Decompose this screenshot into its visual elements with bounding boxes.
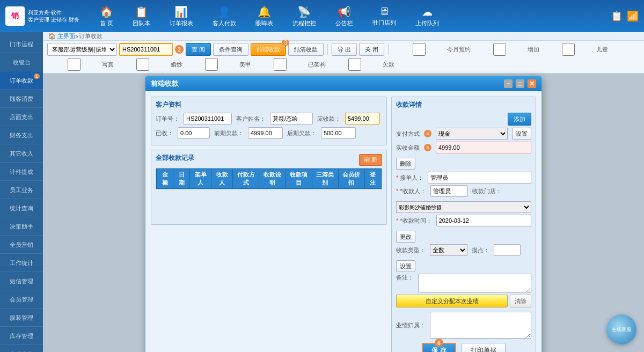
cb-nail-input[interactable] [185, 58, 238, 71]
sidebar-item-decision[interactable]: 决策助手 [0, 217, 43, 236]
cb-photo[interactable]: 写真 [47, 58, 114, 71]
sidebar-item-stats[interactable]: 统计查询 [0, 199, 43, 217]
conditions-button[interactable]: 条件查询 [213, 43, 248, 56]
collect-type-label: 收款类型： [396, 246, 426, 254]
customer-section-title: 客户资料 [156, 100, 382, 109]
nav-item-store[interactable]: 🖥驻门店列 [363, 2, 406, 31]
sidebar-item-clothing[interactable]: 服装管理 [0, 309, 43, 327]
sidebar-item-member[interactable]: 会员管理 [0, 290, 43, 309]
nav-item-bulletin[interactable]: 📢公告栏 [326, 2, 363, 31]
refresh-button[interactable]: 刷 新 [359, 154, 382, 166]
nav-item-payment[interactable]: 👤客人付款 [203, 2, 246, 31]
customer-name-field[interactable] [270, 113, 313, 124]
collect-col-method: 付款方式 [233, 169, 259, 189]
dialog-restore-button[interactable]: □ [516, 79, 524, 88]
sidebar-item-sms[interactable]: 短信管理 [0, 272, 43, 290]
receiver-field[interactable] [428, 172, 531, 184]
store-icon: 🖥 [379, 5, 390, 18]
sidebar-item-piece[interactable]: 计件提成 [0, 163, 43, 181]
collect-col-category: 三涛类别 [312, 169, 338, 189]
nav-item-team[interactable]: 📋团队本 [123, 2, 160, 31]
sidebar-item-cashier[interactable]: 收银台 [0, 53, 43, 71]
export-button[interactable]: 导 出 [332, 43, 357, 56]
mascot[interactable]: 在线客服 [606, 314, 639, 347]
dialog-minimize-button[interactable]: － [504, 79, 513, 88]
sidebar-item-inventory[interactable]: 库存管理 [0, 327, 43, 345]
change-time-button[interactable]: 更改 [396, 231, 415, 243]
cb-photo-input[interactable] [47, 58, 101, 71]
delete-row-button[interactable]: 删除 [396, 158, 415, 170]
total-amount-field[interactable] [345, 113, 380, 124]
search-button[interactable]: 查 阅 [186, 43, 211, 56]
settled-collect-button[interactable]: 结清收款 [288, 43, 324, 56]
cb-monthly[interactable]: 今月预约 [392, 43, 471, 56]
sidebar-item-service[interactable]: 客服中心 [0, 345, 43, 352]
clear-assign-button[interactable]: 清除 [510, 295, 531, 307]
dialog-close-button[interactable]: ✕ [528, 79, 536, 88]
cb-debt-input[interactable] [328, 58, 382, 71]
customer-form-row2: 已收： 前期欠款： 后期欠款： [156, 127, 382, 139]
nav-item-process[interactable]: 📡流程把控 [283, 2, 326, 31]
nav-item-home[interactable]: 🏠首 页 [90, 2, 123, 31]
payment-label: 支付方式 [396, 130, 420, 138]
sidebar-item-finance[interactable]: 财务支出 [0, 126, 43, 144]
dialog-title-bar: 前端收款 － □ ✕ [145, 76, 541, 91]
current-collect-button[interactable]: 前端收款 [251, 43, 286, 56]
sidebar-item-gate[interactable]: 门市运程 [0, 35, 43, 53]
search-input[interactable] [119, 43, 173, 56]
sidebar-label-clothing: 服装管理 [2, 314, 41, 322]
cb-children[interactable]: 儿童 [541, 43, 608, 56]
memo-field[interactable] [418, 274, 531, 293]
cb-nail[interactable]: 美甲 [185, 58, 251, 71]
sidebar-item-staff[interactable]: 员工业务 [0, 181, 43, 199]
cb-structured[interactable]: 已架构 [253, 58, 326, 71]
order-no-field[interactable] [184, 113, 232, 124]
breadcrumb-icon: 🏠 [48, 33, 56, 40]
cb-wedding-input[interactable] [116, 58, 170, 71]
sidebar-item-work-stats[interactable]: 工作统计 [0, 254, 43, 272]
collect-store-select[interactable]: 彩影阁沙铺婚纱摄 [396, 201, 531, 213]
print-button[interactable]: 打印单据 [462, 343, 506, 352]
payment-set-button[interactable]: 设置 [512, 128, 531, 140]
nav-item-eye[interactable]: 🔔眼眸表 [246, 2, 283, 31]
collect-type-select[interactable]: 全数 [430, 244, 467, 256]
bulletin-icon: 📢 [338, 5, 351, 18]
top-right-icon1[interactable]: 📋 [611, 10, 623, 22]
dialog-right-col: 收款详情 添加 支付方式 4 现金 [391, 97, 536, 352]
sidebar-item-order-collect[interactable]: 订单收款 1 [0, 71, 43, 90]
top-right-icon2[interactable]: 📶 [627, 10, 639, 22]
breadcrumb-current: 订单收款 [79, 32, 103, 40]
nav-label-bulletin: 公告栏 [335, 19, 353, 27]
close-button[interactable]: 关 闭 [359, 43, 384, 56]
prepay-field[interactable] [248, 127, 283, 139]
paid-field[interactable] [178, 127, 210, 139]
sales-person-field[interactable] [430, 312, 531, 339]
touch-set-button[interactable]: 设置 [396, 260, 415, 272]
collect-person-field[interactable] [430, 185, 468, 197]
cb-wedding[interactable]: 婚纱 [116, 58, 182, 71]
assign-button[interactable]: 自定义分配本次业绩 [396, 295, 508, 307]
sidebar-item-marketing[interactable]: 全员营销 [0, 236, 43, 254]
sidebar-item-expense[interactable]: 店面支出 [0, 108, 43, 126]
collect-time-field[interactable] [436, 215, 531, 226]
add-button[interactable]: 添加 [508, 113, 531, 126]
cb-structured-input[interactable] [253, 58, 307, 71]
logo-icon: 销 [5, 6, 25, 26]
cb-monthly-input[interactable] [392, 43, 446, 56]
nav-item-report[interactable]: 📊订单报表 [160, 2, 203, 31]
sidebar-item-other-income[interactable]: 其它收入 [0, 144, 43, 163]
cb-increase[interactable]: 增加 [473, 43, 539, 56]
actual-amount-badge: 5 [424, 144, 431, 151]
balance-field[interactable] [321, 127, 356, 139]
touch-field[interactable] [494, 244, 521, 256]
nav-item-upload[interactable]: ☁上传队列 [406, 2, 449, 31]
breadcrumb-home[interactable]: 主界面 [57, 32, 75, 40]
filter-select[interactable]: 客服部运营级别(振增) [47, 43, 117, 56]
sidebar-item-consumer[interactable]: 顾客消费 [0, 90, 43, 108]
cb-children-input[interactable] [541, 43, 595, 56]
cb-increase-input[interactable] [473, 43, 526, 56]
actual-amount-field[interactable] [436, 142, 531, 153]
dialog-left-col: 客户资料 订单号： 客户姓名： 应收款： [151, 97, 387, 352]
payment-method-select[interactable]: 现金 微信 支付宝 银行卡 [436, 128, 508, 140]
cb-debt[interactable]: 欠款 [328, 58, 394, 71]
